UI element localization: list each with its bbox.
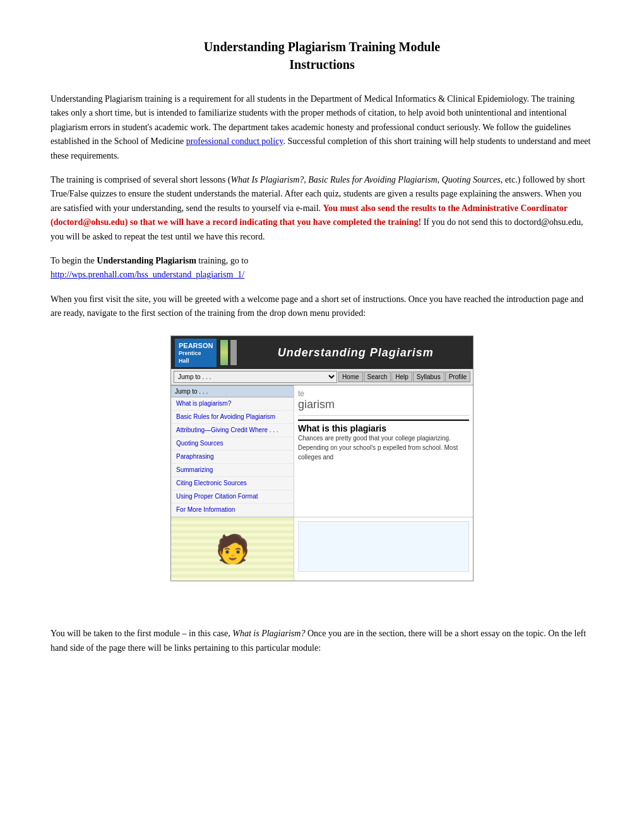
paragraph-5: You will be taken to the first module – … bbox=[51, 627, 593, 655]
screenshot-image: PEARSON Prentice Hall Understanding Plag… bbox=[170, 335, 474, 581]
menu-item-3[interactable]: Quoting Sources bbox=[171, 437, 294, 450]
plagiarism-link[interactable]: http://wps.prenhall.com/hss_understand_p… bbox=[51, 270, 244, 279]
nav-search-btn[interactable]: Search bbox=[364, 372, 391, 382]
pearson-logo: PEARSON Prentice Hall bbox=[175, 339, 217, 368]
nav-home-btn[interactable]: Home bbox=[338, 372, 363, 382]
paragraph-2: The training is comprised of several sho… bbox=[51, 173, 593, 244]
right-top: te giarism bbox=[298, 389, 469, 416]
menu-header: Jump to . . . bbox=[171, 385, 294, 397]
nav-profile-btn[interactable]: Profile bbox=[445, 372, 470, 382]
right-content: te giarism What is this plagiaris Chance… bbox=[294, 385, 473, 517]
menu-item-5[interactable]: Summarizing bbox=[171, 464, 294, 477]
page-title: Understanding Plagiarism Training Module… bbox=[51, 38, 593, 73]
screenshot-bottom: 🧑 bbox=[171, 517, 473, 581]
menu-item-7[interactable]: Using Proper Citation Format bbox=[171, 490, 294, 504]
screenshot-container: PEARSON Prentice Hall Understanding Plag… bbox=[51, 335, 593, 581]
paragraph-1: Understanding Plagiarism training is a r… bbox=[51, 92, 593, 163]
screenshot-bottom-left: 🧑 bbox=[171, 517, 294, 581]
what-is-heading: What is this plagiaris bbox=[298, 420, 469, 433]
menu-item-6[interactable]: Citing Electronic Sources bbox=[171, 477, 294, 490]
screenshot-header: PEARSON Prentice Hall Understanding Plag… bbox=[171, 336, 473, 369]
right-paragraph: Chances are pretty good that your colleg… bbox=[298, 433, 469, 462]
nav-syllabus-btn[interactable]: Syllabus bbox=[413, 372, 444, 382]
paragraph-3: To begin the Understanding Plagiarism tr… bbox=[51, 254, 593, 282]
conduct-policy-link[interactable]: professional conduct policy bbox=[186, 136, 283, 146]
menu-item-4[interactable]: Paraphrasing bbox=[171, 450, 294, 464]
menu-item-1[interactable]: Basic Rules for Avoiding Plagiarism bbox=[171, 411, 294, 424]
menu-item-0[interactable]: What is plagiarism? bbox=[171, 397, 294, 411]
screenshot-navbar: Jump to . . . Home Search Help Syllabus … bbox=[171, 369, 473, 385]
nav-help-btn[interactable]: Help bbox=[391, 372, 412, 382]
screenshot-body: Jump to . . . What is plagiarism? Basic … bbox=[171, 385, 473, 517]
screenshot-bottom-right bbox=[294, 517, 473, 581]
menu-item-2[interactable]: Attributing—Giving Credit Where . . . bbox=[171, 424, 294, 437]
jump-to-select[interactable]: Jump to . . . bbox=[174, 371, 337, 383]
menu-item-8[interactable]: For More Information bbox=[171, 504, 294, 517]
paragraph-4: When you first visit the site, you will … bbox=[51, 293, 593, 321]
left-menu: Jump to . . . What is plagiarism? Basic … bbox=[171, 385, 294, 517]
